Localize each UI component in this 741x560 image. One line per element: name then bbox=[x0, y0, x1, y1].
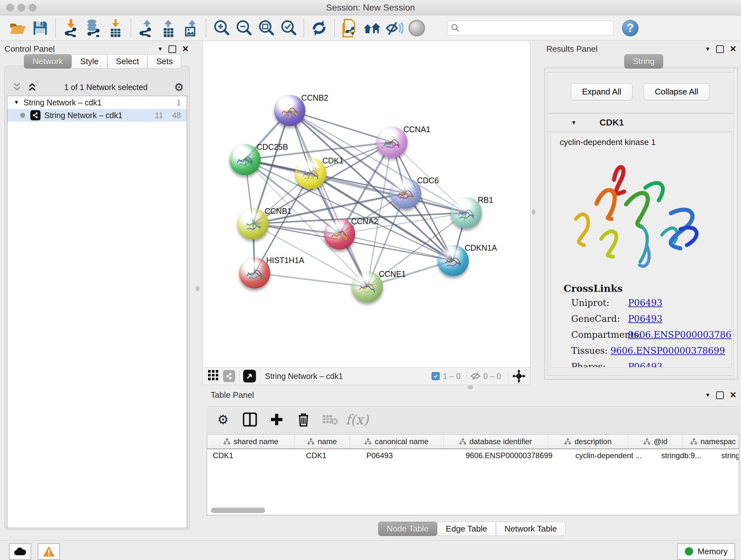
status-bar: Memory bbox=[0, 540, 741, 560]
control-panel-collapse-icon[interactable]: ▼ bbox=[157, 46, 163, 52]
function-builder-icon[interactable]: f(x) bbox=[349, 411, 365, 428]
network-view-toolbar: String Network – cdk1 1 – 0 0 – 0 bbox=[202, 367, 530, 385]
zoom-out-icon[interactable] bbox=[235, 19, 253, 37]
control-panel-close-icon[interactable]: ✕ bbox=[182, 44, 189, 54]
import-database-icon[interactable] bbox=[84, 19, 102, 37]
network-options-gear-icon[interactable]: ⚙ bbox=[174, 82, 184, 92]
bottom-splitter-handle[interactable] bbox=[468, 385, 473, 389]
search-input[interactable] bbox=[460, 23, 610, 33]
table-header-row: shared namenamecanonical namedatabase id… bbox=[207, 435, 739, 449]
network-node-label: CCNB1 bbox=[265, 206, 292, 216]
refresh-layout-icon[interactable] bbox=[310, 19, 328, 37]
delete-column-trash-icon[interactable] bbox=[295, 411, 312, 428]
export-network-icon[interactable] bbox=[137, 19, 155, 37]
table-panel-collapse-icon[interactable]: ▼ bbox=[705, 392, 711, 398]
gene-collapse-icon[interactable]: ▼ bbox=[571, 119, 577, 126]
export-table-icon[interactable] bbox=[159, 19, 178, 37]
table-horizontal-scrollbar[interactable] bbox=[211, 508, 265, 513]
tab-style[interactable]: Style bbox=[71, 54, 107, 69]
column-header-name[interactable]: name bbox=[295, 435, 350, 449]
crosslink-value-link[interactable]: P06493 bbox=[628, 298, 663, 308]
table-panel-close-icon[interactable]: ✕ bbox=[730, 390, 737, 400]
import-network-icon[interactable] bbox=[62, 19, 80, 37]
cloud-status-button[interactable] bbox=[9, 543, 31, 560]
help-icon[interactable]: ? bbox=[622, 20, 638, 37]
control-panel-float-icon[interactable] bbox=[169, 45, 176, 53]
collapse-all-button[interactable]: Collapse All bbox=[644, 83, 710, 100]
table-cell: 9606.ENSP00000378699 bbox=[460, 451, 569, 460]
tab-sets[interactable]: Sets bbox=[147, 54, 181, 69]
memory-button[interactable]: Memory bbox=[677, 543, 735, 560]
tab-string[interactable]: String bbox=[624, 54, 663, 69]
show-columns-icon[interactable] bbox=[242, 411, 258, 428]
table-row[interactable]: CDK1CDK1P064939606.ENSP00000378699cyclin… bbox=[207, 449, 739, 462]
node-count: 11 bbox=[155, 111, 163, 120]
warning-status-button[interactable] bbox=[38, 543, 60, 560]
results-panel-collapse-icon[interactable]: ▼ bbox=[705, 46, 711, 52]
network-status-dot-icon bbox=[20, 113, 25, 118]
zoom-fit-icon[interactable] bbox=[257, 19, 275, 37]
table-settings-gear-icon[interactable]: ⚙ bbox=[215, 411, 231, 428]
column-header--id[interactable]: @id bbox=[628, 435, 683, 449]
right-splitter-handle[interactable] bbox=[532, 209, 536, 215]
network-canvas[interactable]: CCNB2CCNA1CDC25BCDK1CDC6RB1CCNB1CCNA2CDK… bbox=[202, 41, 530, 367]
tab-select[interactable]: Select bbox=[107, 54, 147, 69]
memory-label: Memory bbox=[697, 547, 728, 557]
table-cell: P06493 bbox=[360, 451, 460, 460]
results-panel: Expand All Collapse All ▼ CDK1 cyclin-de… bbox=[544, 68, 738, 380]
network-node-label: CDC6 bbox=[417, 176, 439, 185]
crosslinks-list: Uniprot:P06493GeneCard:P06493Compartment… bbox=[571, 298, 725, 368]
create-column-plus-icon[interactable] bbox=[268, 411, 285, 428]
column-header-database-identifier[interactable]: database identifier bbox=[444, 435, 548, 449]
left-splitter-handle[interactable] bbox=[196, 286, 199, 292]
crosslink-value-link[interactable]: P06493 bbox=[628, 361, 663, 368]
tab-edge-table[interactable]: Edge Table bbox=[437, 522, 496, 536]
table-toolbar: ⚙ f(x) bbox=[207, 406, 739, 433]
control-panel-tabs: NetworkStyleSelectSets bbox=[24, 54, 181, 69]
tab-network[interactable]: Network bbox=[24, 54, 71, 69]
column-type-icon bbox=[643, 438, 650, 445]
selected-checkbox-icon[interactable] bbox=[431, 372, 440, 380]
results-panel-title: Results Panel bbox=[546, 44, 597, 54]
crosslink-value-link[interactable]: P06493 bbox=[628, 314, 663, 324]
hidden-eye-icon[interactable] bbox=[470, 372, 481, 380]
collapse-all-chevron-icon[interactable] bbox=[11, 82, 22, 92]
memory-status-dot-icon bbox=[685, 547, 693, 556]
column-header-shared-name[interactable]: shared name bbox=[207, 435, 295, 449]
zoom-selected-icon[interactable] bbox=[280, 19, 297, 37]
crosslink-value-link[interactable]: 9606.ENSP00000378699 bbox=[628, 329, 732, 340]
results-scrollbar[interactable] bbox=[734, 68, 737, 379]
tab-node-table[interactable]: Node Table bbox=[378, 522, 437, 536]
column-header-description[interactable]: description bbox=[548, 435, 628, 449]
zoom-in-icon[interactable] bbox=[212, 19, 230, 37]
tab-network-table[interactable]: Network Table bbox=[496, 522, 565, 536]
share-network-icon[interactable] bbox=[223, 370, 235, 382]
fit-content-crosshair-icon[interactable] bbox=[512, 369, 526, 383]
expand-all-chevron-icon[interactable] bbox=[27, 82, 38, 92]
open-in-new-window-icon[interactable] bbox=[243, 370, 256, 382]
session-files-icon[interactable] bbox=[341, 19, 359, 37]
network-label: String Network – cdk1 bbox=[44, 111, 123, 120]
control-panel-title: Control Panel bbox=[4, 44, 55, 54]
column-header-namespac[interactable]: namespac bbox=[683, 435, 739, 449]
table-panel-float-icon[interactable] bbox=[716, 391, 724, 399]
import-table-icon[interactable] bbox=[107, 19, 125, 37]
crosslink-row: Pharos:P06493 bbox=[571, 361, 725, 368]
crosslink-value-link[interactable]: 9606.ENSP00000378699 bbox=[610, 346, 725, 356]
gene-description: cyclin-dependent kinase 1 bbox=[560, 137, 731, 147]
expand-all-button[interactable]: Expand All bbox=[571, 83, 632, 100]
save-session-icon[interactable] bbox=[31, 19, 49, 37]
results-panel-close-icon[interactable]: ✕ bbox=[730, 44, 737, 54]
table-cell: CDK1 bbox=[300, 451, 360, 460]
hide-details-icon[interactable] bbox=[386, 19, 403, 37]
export-image-icon[interactable] bbox=[182, 19, 200, 37]
column-header-canonical-name[interactable]: canonical name bbox=[350, 435, 444, 449]
delete-table-icon[interactable] bbox=[322, 411, 339, 428]
open-folder-icon[interactable] bbox=[9, 19, 27, 37]
network-collection-row[interactable]: ▼ String Network – cdk1 1 bbox=[7, 96, 187, 109]
results-panel-float-icon[interactable] bbox=[716, 45, 724, 53]
show-all-networks-icon[interactable] bbox=[363, 19, 381, 37]
tree-expander-icon[interactable]: ▼ bbox=[14, 99, 19, 106]
network-row[interactable]: String Network – cdk1 11 48 bbox=[7, 109, 187, 122]
birdseye-grid-icon[interactable] bbox=[208, 370, 219, 382]
